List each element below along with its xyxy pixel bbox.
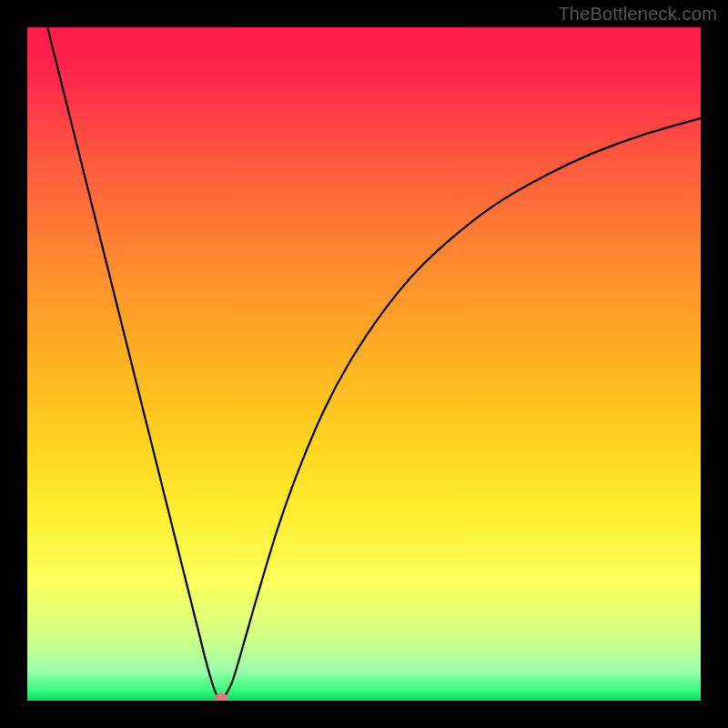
plot-area: [27, 27, 701, 701]
watermark-text: TheBottleneck.com: [558, 4, 717, 25]
optimal-marker: [215, 693, 228, 701]
bottleneck-curve: [47, 27, 701, 700]
chart-frame: TheBottleneck.com: [0, 0, 728, 728]
curve-layer: [27, 27, 701, 701]
